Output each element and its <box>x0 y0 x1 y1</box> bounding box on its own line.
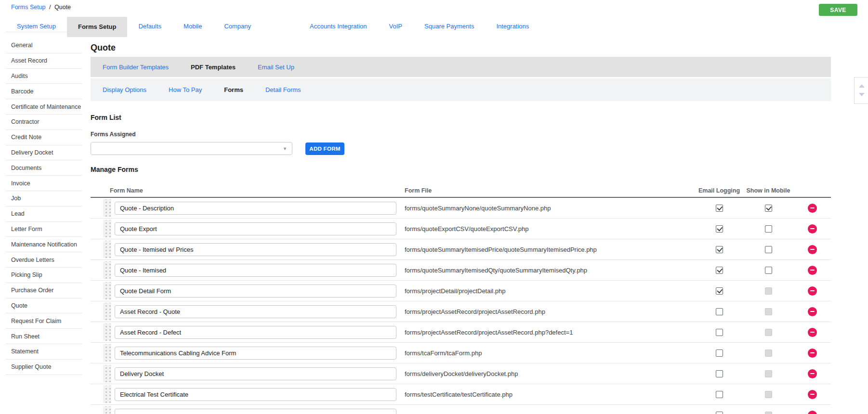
form-file-path: forms/deliveryDocket/deliveryDocket.php <box>405 370 695 377</box>
email-logging-checkbox[interactable] <box>716 267 723 274</box>
sidebar-item[interactable]: Purchase Order <box>6 283 82 298</box>
email-logging-checkbox[interactable] <box>716 225 723 233</box>
top-tab[interactable]: Forms Setup <box>67 17 127 37</box>
email-logging-checkbox[interactable] <box>716 246 723 253</box>
sidebar-item[interactable]: Overdue Letters <box>6 252 82 268</box>
email-logging-checkbox[interactable] <box>716 412 723 414</box>
sidebar-item[interactable]: Statement <box>6 344 82 360</box>
breadcrumb-current: Quote <box>54 4 71 11</box>
sidebar-item[interactable]: Run Sheet <box>6 329 82 344</box>
show-in-mobile-checkbox[interactable] <box>765 225 772 233</box>
email-logging-checkbox[interactable] <box>716 329 723 336</box>
remove-form-button[interactable] <box>808 286 817 296</box>
show-in-mobile-checkbox <box>765 370 772 377</box>
drag-handle-icon[interactable] <box>103 365 111 382</box>
top-tab[interactable]: System Setup <box>6 17 67 32</box>
drag-handle-icon[interactable] <box>103 241 111 258</box>
top-tab[interactable]: Square Payments <box>413 17 485 32</box>
add-form-button[interactable]: ADD FORM <box>305 142 344 155</box>
pdf-sub-tab[interactable]: Forms <box>213 86 254 93</box>
sidebar-item[interactable]: Credit Note <box>6 130 82 145</box>
save-button[interactable]: SAVE <box>819 4 857 16</box>
top-tab[interactable]: Company <box>213 17 262 32</box>
form-list-controls: ▼ ADD FORM <box>91 142 831 155</box>
form-name-input[interactable] <box>115 409 396 414</box>
drag-handle-icon[interactable] <box>103 199 111 217</box>
show-in-mobile-checkbox[interactable] <box>765 267 772 274</box>
email-logging-checkbox[interactable] <box>716 349 723 357</box>
email-logging-checkbox[interactable] <box>716 308 723 315</box>
drag-handle-icon[interactable] <box>103 282 111 299</box>
email-logging-checkbox[interactable] <box>716 391 723 398</box>
template-tab[interactable]: PDF Templates <box>180 64 247 71</box>
sidebar: GeneralAsset RecordAuditsBarcodeCertific… <box>0 32 82 414</box>
top-tab[interactable]: Integrations <box>485 17 540 32</box>
remove-form-button[interactable] <box>808 224 817 233</box>
email-logging-checkbox[interactable] <box>716 370 723 377</box>
remove-form-button[interactable] <box>808 369 817 378</box>
sidebar-item[interactable]: Asset Record <box>6 53 82 69</box>
sidebar-item[interactable]: General <box>6 38 82 53</box>
form-name-input[interactable] <box>115 305 396 318</box>
sidebar-item[interactable]: Supplier Quote <box>6 360 82 375</box>
drag-handle-icon[interactable] <box>103 303 111 320</box>
drag-handle-icon[interactable] <box>103 386 111 403</box>
sidebar-item[interactable]: Picking Slip <box>6 268 82 283</box>
sidebar-item[interactable]: Letter Form <box>6 222 82 237</box>
sidebar-item[interactable]: Invoice <box>6 176 82 191</box>
form-name-input[interactable] <box>115 388 396 401</box>
remove-form-button[interactable] <box>808 204 817 213</box>
sidebar-item[interactable]: Certificate of Maintenance <box>6 99 82 115</box>
col-show-in-mobile: Show in Mobile <box>747 187 790 194</box>
sidebar-item[interactable]: Maintenance Notification <box>6 237 82 252</box>
drag-handle-icon[interactable] <box>103 220 111 237</box>
pdf-sub-tab[interactable]: Display Options <box>92 86 158 93</box>
remove-form-button[interactable] <box>808 266 817 275</box>
top-tab[interactable]: VoIP <box>378 17 413 32</box>
form-name-input[interactable] <box>115 264 396 277</box>
drag-handle-icon[interactable] <box>103 344 111 362</box>
top-tab[interactable]: Mobile <box>172 17 213 32</box>
remove-form-button[interactable] <box>808 390 817 399</box>
form-name-input[interactable] <box>115 367 396 380</box>
template-tab[interactable]: Email Set Up <box>247 64 305 71</box>
form-name-input[interactable] <box>115 347 396 360</box>
show-in-mobile-checkbox[interactable] <box>765 246 772 253</box>
sidebar-item[interactable]: Delivery Docket <box>6 145 82 161</box>
remove-form-button[interactable] <box>808 411 817 414</box>
remove-form-button[interactable] <box>808 328 817 337</box>
top-tab[interactable]: Defaults <box>127 17 172 32</box>
remove-form-button[interactable] <box>808 349 817 358</box>
email-logging-checkbox[interactable] <box>716 205 723 212</box>
pdf-sub-tab[interactable]: Detail Forms <box>254 86 312 93</box>
remove-form-button[interactable] <box>808 307 817 316</box>
manage-forms-heading: Manage Forms <box>91 166 831 174</box>
drag-handle-icon[interactable] <box>103 406 111 414</box>
remove-form-button[interactable] <box>808 245 817 254</box>
sidebar-item[interactable]: Lead <box>6 207 82 222</box>
sidebar-item[interactable]: Documents <box>6 160 82 176</box>
sidebar-item[interactable]: Quote <box>6 298 82 314</box>
sidebar-item[interactable]: Request For Claim <box>6 313 82 329</box>
form-name-input[interactable] <box>115 243 396 256</box>
pdf-sub-tab[interactable]: How To Pay <box>158 86 213 93</box>
forms-assigned-dropdown[interactable]: ▼ <box>91 142 292 155</box>
table-row: forms/quoteExportCSV/quoteExportCSV.php <box>91 219 831 239</box>
form-name-input[interactable] <box>115 222 396 235</box>
template-tab[interactable]: Form Builder Templates <box>92 64 180 71</box>
form-list-heading: Form List <box>91 114 831 122</box>
drag-handle-icon[interactable] <box>103 261 111 279</box>
col-form-file: Form File <box>405 187 695 194</box>
breadcrumb-link[interactable]: Forms Setup <box>11 4 46 11</box>
sidebar-item[interactable]: Contractor <box>6 115 82 130</box>
sidebar-item[interactable]: Barcode <box>6 84 82 99</box>
form-name-input[interactable] <box>115 202 396 215</box>
top-tab[interactable]: Accounts Integration <box>299 17 378 32</box>
sidebar-item[interactable]: Audits <box>6 69 82 84</box>
form-name-input[interactable] <box>115 326 396 339</box>
sidebar-item[interactable]: Job <box>6 191 82 207</box>
email-logging-checkbox[interactable] <box>716 287 723 295</box>
form-name-input[interactable] <box>115 285 396 298</box>
drag-handle-icon[interactable] <box>103 323 111 341</box>
show-in-mobile-checkbox[interactable] <box>765 205 772 212</box>
